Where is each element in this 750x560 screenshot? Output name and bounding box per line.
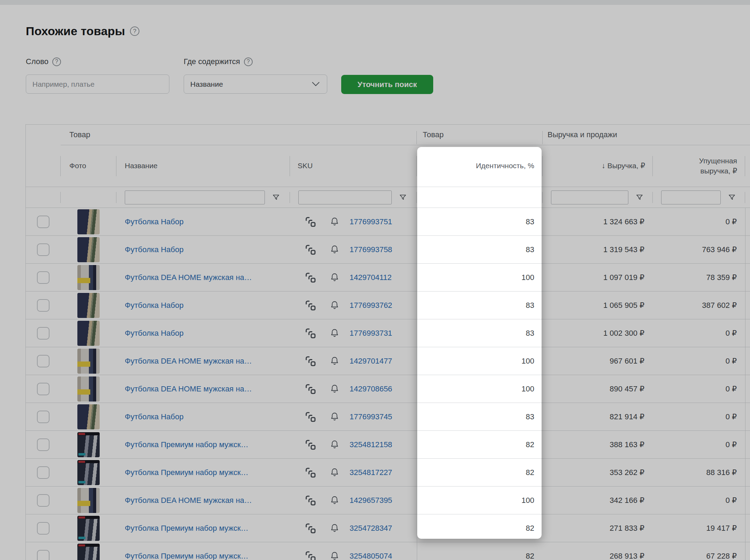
bell-icon[interactable] <box>329 244 340 256</box>
row-checkbox[interactable] <box>37 327 49 340</box>
product-photo[interactable] <box>77 460 100 485</box>
table-row: Футболка DEA HOME мужская на…14297041121… <box>26 264 750 291</box>
copy-icon[interactable] <box>304 438 317 451</box>
product-name-link[interactable]: Футболка Набор <box>125 217 184 226</box>
revenue-filter-icon[interactable] <box>635 193 644 202</box>
sku-filter-icon[interactable] <box>399 193 407 202</box>
copy-icon[interactable] <box>304 271 317 284</box>
sku-link[interactable]: 1776993758 <box>350 245 392 254</box>
product-photo[interactable] <box>77 293 100 318</box>
product-photo[interactable] <box>77 432 100 457</box>
bell-icon[interactable] <box>329 272 340 283</box>
missed-filter-input[interactable] <box>661 190 721 204</box>
row-checkbox[interactable] <box>37 522 49 535</box>
copy-icon[interactable] <box>304 298 317 312</box>
header-revenue-sort[interactable]: ↓ Выручка, ₽ <box>543 145 653 187</box>
sku-link[interactable]: 3254805074 <box>350 552 392 560</box>
bell-icon[interactable] <box>329 495 340 506</box>
sku-link[interactable]: 1429701477 <box>350 357 392 366</box>
copy-icon[interactable] <box>304 354 317 368</box>
row-checkbox[interactable] <box>37 411 49 423</box>
row-checkbox[interactable] <box>37 243 49 256</box>
copy-icon[interactable] <box>304 521 317 535</box>
word-input[interactable] <box>26 75 169 94</box>
row-checkbox[interactable] <box>37 216 49 228</box>
product-name-link[interactable]: Футболка Премиум набор мужск… <box>125 552 248 560</box>
bell-icon[interactable] <box>329 522 340 534</box>
bell-icon[interactable] <box>329 467 340 479</box>
row-checkbox[interactable] <box>37 466 49 479</box>
bell-icon[interactable] <box>329 327 340 339</box>
row-checkbox[interactable] <box>37 271 49 284</box>
row-sku-cell: 1429701477 <box>290 347 417 375</box>
product-name-link[interactable]: Футболка Премиум набор мужск… <box>125 440 248 449</box>
bell-icon[interactable] <box>329 550 340 560</box>
bell-icon[interactable] <box>329 439 340 451</box>
product-photo[interactable] <box>77 544 100 560</box>
copy-icon[interactable] <box>304 493 317 507</box>
sku-link[interactable]: 1429657395 <box>350 496 392 505</box>
sku-link[interactable]: 1776993762 <box>350 301 392 310</box>
row-checkbox[interactable] <box>37 299 49 312</box>
title-help-icon[interactable]: ? <box>130 26 139 36</box>
product-name-link[interactable]: Футболка DEA HOME мужская на… <box>125 496 252 505</box>
product-photo[interactable] <box>77 376 100 402</box>
name-filter-icon[interactable] <box>272 193 280 202</box>
row-identity-cell: 100 <box>417 487 543 514</box>
sku-link[interactable]: 3254817227 <box>350 468 392 477</box>
sku-filter-input[interactable] <box>298 190 392 204</box>
product-photo[interactable] <box>77 321 100 346</box>
product-name-link[interactable]: Футболка DEA HOME мужская на… <box>125 273 252 282</box>
row-checkbox[interactable] <box>37 550 49 560</box>
sku-link[interactable]: 1776993751 <box>350 217 392 226</box>
row-checkbox[interactable] <box>37 438 49 451</box>
bell-icon[interactable] <box>329 300 340 311</box>
missed-filter-icon[interactable] <box>728 193 736 202</box>
word-help-icon[interactable]: ? <box>52 57 61 66</box>
product-name-link[interactable]: Футболка Набор <box>125 329 184 338</box>
bell-icon[interactable] <box>329 411 340 423</box>
bell-icon[interactable] <box>329 216 340 228</box>
row-checkbox[interactable] <box>37 383 49 395</box>
product-photo[interactable] <box>77 488 100 513</box>
copy-icon[interactable] <box>304 466 317 479</box>
product-name-link[interactable]: Футболка Набор <box>125 245 184 254</box>
product-name-link[interactable]: Футболка DEA HOME мужская на… <box>125 384 252 394</box>
copy-icon[interactable] <box>304 382 317 396</box>
product-photo[interactable] <box>77 265 100 290</box>
copy-icon[interactable] <box>304 410 317 423</box>
copy-icon[interactable] <box>304 243 317 256</box>
sku-link[interactable]: 3254812158 <box>350 440 392 449</box>
sku-link[interactable]: 1776993731 <box>350 329 392 338</box>
bell-icon[interactable] <box>329 355 340 367</box>
product-name-link[interactable]: Футболка Премиум набор мужск… <box>125 468 248 477</box>
sku-link[interactable]: 1429704112 <box>350 273 392 282</box>
revenue-value: 1 097 019 ₽ <box>603 273 644 282</box>
refine-search-button[interactable]: Уточнить поиск <box>341 75 433 94</box>
row-identity-cell: 100 <box>417 264 543 291</box>
sku-link[interactable]: 1776993745 <box>350 412 392 421</box>
bell-icon[interactable] <box>329 383 340 395</box>
product-name-link[interactable]: Футболка Премиум набор мужск… <box>125 524 248 533</box>
product-photo[interactable] <box>77 516 100 541</box>
product-photo[interactable] <box>77 209 100 234</box>
name-filter-input[interactable] <box>125 190 265 204</box>
row-checkbox[interactable] <box>37 494 49 507</box>
header-identity[interactable]: Идентичность, % <box>417 145 543 187</box>
product-photo[interactable] <box>77 404 100 429</box>
header-missed-revenue[interactable]: Упущенная выручка, ₽ <box>653 145 745 187</box>
product-name-link[interactable]: Футболка Набор <box>125 301 184 310</box>
copy-icon[interactable] <box>304 549 317 560</box>
copy-icon[interactable] <box>304 215 317 228</box>
revenue-filter-input[interactable] <box>551 190 628 204</box>
sku-link[interactable]: 1429708656 <box>350 384 392 394</box>
product-photo[interactable] <box>77 237 100 262</box>
copy-icon[interactable] <box>304 326 317 340</box>
product-photo[interactable] <box>77 349 100 374</box>
product-name-link[interactable]: Футболка DEA HOME мужская на… <box>125 357 252 366</box>
row-checkbox[interactable] <box>37 355 49 367</box>
where-select[interactable]: Название <box>184 75 327 94</box>
where-help-icon[interactable]: ? <box>244 57 253 66</box>
sku-link[interactable]: 3254728347 <box>350 524 392 533</box>
product-name-link[interactable]: Футболка Набор <box>125 412 184 421</box>
